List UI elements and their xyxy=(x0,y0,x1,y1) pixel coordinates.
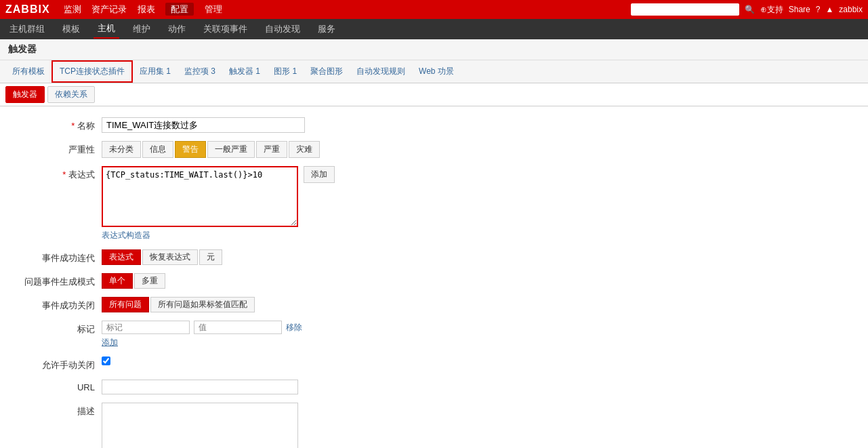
url-value xyxy=(102,380,854,394)
url-label: URL xyxy=(14,380,102,392)
top-bar: ZABBIX 监测 资产记录 报表 配置 管理 🔍 ⊕支持 Share ? ▲ … xyxy=(0,0,868,19)
subtab-trigger[interactable]: 触发器 xyxy=(5,86,45,103)
tab-appset[interactable]: 应用集 1 xyxy=(133,62,178,81)
tag-name-input[interactable] xyxy=(102,321,190,334)
form-area: 名称 严重性 未分类 信息 警告 一般严重 严重 灾难 表达式 {TCP_sta… xyxy=(0,106,868,448)
tag-row: 标记 移除 添加 xyxy=(14,321,854,348)
tab-strip: 所有模板 TCP连接状态插件 应用集 1 监控项 3 触发器 1 图形 1 聚合… xyxy=(0,60,868,83)
event-success-none[interactable]: 元 xyxy=(199,249,222,265)
search-icon[interactable]: 🔍 xyxy=(745,5,755,14)
expression-label: 表达式 xyxy=(14,166,102,181)
tag-value: 移除 添加 xyxy=(102,321,854,348)
desc-label: 描述 xyxy=(14,403,102,418)
event-close-row: 事件成功关闭 所有问题 所有问题如果标签值匹配 xyxy=(14,297,854,312)
expression-textarea[interactable]: {TCP_status:TIME_WAIT.last()}>10 xyxy=(102,166,298,227)
sev-unclassified[interactable]: 未分类 xyxy=(102,141,141,158)
manual-close-row: 允许手动关闭 xyxy=(14,357,854,371)
sev-average[interactable]: 一般严重 xyxy=(207,141,255,158)
problem-event-row: 问题事件生成模式 单个 多重 xyxy=(14,273,854,289)
username: zabbix xyxy=(839,5,863,14)
sub-tabs: 触发器 依赖关系 xyxy=(0,83,868,106)
tab-triggers[interactable]: 触发器 1 xyxy=(222,62,267,81)
tab-tcp-plugin[interactable]: TCP连接状态插件 xyxy=(51,60,133,83)
top-bar-right: 🔍 ⊕支持 Share ? ▲ zabbix xyxy=(631,3,863,16)
problem-event-multiple[interactable]: 多重 xyxy=(134,273,165,289)
help-link[interactable]: ? xyxy=(816,5,821,14)
nav-host[interactable]: 主机 xyxy=(94,20,119,39)
tag-remove-link[interactable]: 移除 xyxy=(286,322,302,333)
sev-disaster[interactable]: 灾难 xyxy=(289,141,320,158)
top-nav: 监测 资产记录 报表 配置 管理 xyxy=(64,3,231,16)
nav-action[interactable]: 动作 xyxy=(164,20,190,38)
name-input[interactable] xyxy=(102,117,305,133)
search-input[interactable] xyxy=(631,3,739,16)
event-success-expr[interactable]: 表达式 xyxy=(102,249,141,265)
nav-discovery[interactable]: 自动发现 xyxy=(261,20,304,38)
nav-hostgroup[interactable]: 主机群组 xyxy=(5,20,49,38)
sev-high[interactable]: 严重 xyxy=(256,141,287,158)
problem-event-label: 问题事件生成模式 xyxy=(14,273,102,288)
event-close-label: 事件成功关闭 xyxy=(14,297,102,312)
nav-admin[interactable]: 管理 xyxy=(205,4,222,14)
nav-assets[interactable]: 资产记录 xyxy=(91,4,127,14)
nav-config[interactable]: 配置 xyxy=(165,3,194,16)
event-success-label: 事件成功连代 xyxy=(14,249,102,264)
nav-template[interactable]: 模板 xyxy=(58,20,84,38)
page-title: 触发器 xyxy=(8,43,37,54)
event-close-all[interactable]: 所有问题 xyxy=(102,297,149,312)
expression-wrap: {TCP_status:TIME_WAIT.last()}>10 添加 xyxy=(102,166,854,227)
event-success-buttons: 表达式 恢复表达式 元 xyxy=(102,249,854,265)
nav-correlation[interactable]: 关联项事件 xyxy=(199,20,251,38)
desc-textarea[interactable] xyxy=(102,403,298,448)
subtab-dependency[interactable]: 依赖关系 xyxy=(47,86,95,103)
url-row: URL xyxy=(14,380,854,394)
tab-aggregate[interactable]: 聚合图形 xyxy=(304,62,350,81)
logo: ZABBIX xyxy=(5,3,50,16)
severity-label: 严重性 xyxy=(14,141,102,156)
nav-monitor[interactable]: 监测 xyxy=(64,4,81,14)
share-link[interactable]: Share xyxy=(789,5,810,14)
expression-add-button[interactable]: 添加 xyxy=(304,166,335,183)
event-close-buttons: 所有问题 所有问题如果标签值匹配 xyxy=(102,297,854,312)
manual-close-label: 允许手动关闭 xyxy=(14,357,102,371)
name-row: 名称 xyxy=(14,117,854,133)
manual-close-value xyxy=(102,357,854,365)
tag-label: 标记 xyxy=(14,321,102,335)
tab-monitors[interactable]: 监控项 3 xyxy=(178,62,222,81)
problem-event-buttons: 单个 多重 xyxy=(102,273,854,289)
desc-value xyxy=(102,403,854,448)
nav-service[interactable]: 服务 xyxy=(314,20,339,38)
tag-value-input[interactable] xyxy=(194,321,282,334)
problem-event-value: 单个 多重 xyxy=(102,273,854,289)
tab-graphs[interactable]: 图形 1 xyxy=(267,62,304,81)
support-link[interactable]: ⊕支持 xyxy=(760,4,783,16)
sev-warning[interactable]: 警告 xyxy=(175,141,206,158)
event-close-value: 所有问题 所有问题如果标签值匹配 xyxy=(102,297,854,312)
tab-web[interactable]: Web 功景 xyxy=(412,62,461,81)
event-close-tag-match[interactable]: 所有问题如果标签值匹配 xyxy=(150,297,255,312)
sev-info[interactable]: 信息 xyxy=(142,141,173,158)
expression-builder-link[interactable]: 表达式构造器 xyxy=(102,230,150,240)
nav-reports[interactable]: 报表 xyxy=(138,4,155,14)
second-nav: 主机群组 模板 主机 维护 动作 关联项事件 自动发现 服务 xyxy=(0,19,868,39)
name-value xyxy=(102,117,854,133)
severity-buttons: 未分类 信息 警告 一般严重 严重 灾难 xyxy=(102,141,854,158)
user-link[interactable]: ▲ xyxy=(825,5,833,14)
url-input[interactable] xyxy=(102,380,298,394)
nav-maintenance[interactable]: 维护 xyxy=(129,20,154,38)
event-success-row: 事件成功连代 表达式 恢复表达式 元 xyxy=(14,249,854,265)
event-success-recovery[interactable]: 恢复表达式 xyxy=(142,249,198,265)
problem-event-single[interactable]: 单个 xyxy=(102,273,133,289)
manual-close-checkbox[interactable] xyxy=(102,357,110,365)
severity-row: 严重性 未分类 信息 警告 一般严重 严重 灾难 xyxy=(14,141,854,158)
expression-row: 表达式 {TCP_status:TIME_WAIT.last()}>10 添加 … xyxy=(14,166,854,241)
desc-row: 描述 xyxy=(14,403,854,448)
tag-input-row: 移除 xyxy=(102,321,854,334)
name-label: 名称 xyxy=(14,117,102,132)
page-header: 触发器 xyxy=(0,39,868,60)
tab-autodiscovery[interactable]: 自动发现规则 xyxy=(350,62,412,81)
tag-add-link[interactable]: 添加 xyxy=(102,337,854,348)
expression-value: {TCP_status:TIME_WAIT.last()}>10 添加 表达式构… xyxy=(102,166,854,241)
tab-all-templates[interactable]: 所有模板 xyxy=(5,62,51,81)
event-success-value: 表达式 恢复表达式 元 xyxy=(102,249,854,265)
